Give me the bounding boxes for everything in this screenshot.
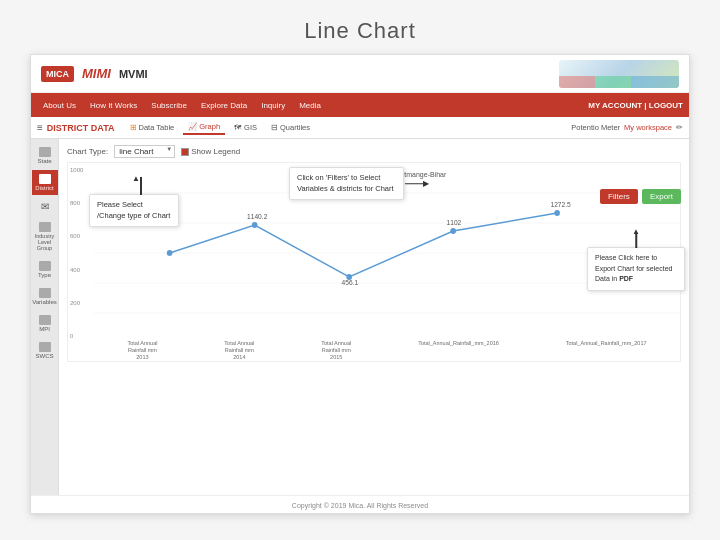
mpi-icon xyxy=(39,315,51,325)
sidebar-item-industry[interactable]: Industry Level Group xyxy=(32,218,58,255)
sub-nav-right: Potentio Meter My workspace ✏ xyxy=(571,123,683,132)
page-title: Line Chart xyxy=(0,18,720,44)
sidebar-item-variables[interactable]: Variables xyxy=(32,284,58,309)
footer: Copyright © 2019 Mica. All Rights Reserv… xyxy=(31,495,689,514)
nav-subscribe[interactable]: Subscribe xyxy=(145,99,193,112)
legend-checkbox[interactable] xyxy=(181,148,189,156)
x-label-2014: Total AnnualRainfall mm2014 xyxy=(224,340,254,361)
potentio-meter-label[interactable]: Potentio Meter xyxy=(571,123,620,132)
y-label-200: 200 xyxy=(70,300,92,306)
callout-select-change: Please Select /Change type of Chart ▲ xyxy=(89,194,179,227)
callout-filters-arrowhead: ▶ xyxy=(423,178,429,189)
nav-account[interactable]: MY ACCOUNT | LOGOUT xyxy=(588,101,683,110)
sidebar-item-district[interactable]: District xyxy=(32,170,58,195)
y-axis-labels: 1000 800 600 400 200 0 xyxy=(68,163,94,343)
data-point-2 xyxy=(252,222,258,228)
callout-export-arrowhead: ▲ xyxy=(632,226,640,237)
y-label-0: 0 xyxy=(70,333,92,339)
workspace-link[interactable]: My workspace xyxy=(624,123,672,132)
callout-filters-arrow-h xyxy=(405,183,423,185)
svg-text:1272.5: 1272.5 xyxy=(551,201,571,208)
data-point-4 xyxy=(450,228,456,234)
footer-text: Copyright © 2019 Mica. All Rights Reserv… xyxy=(292,502,428,509)
callout-filters: Click on 'Filters' to Select Variables &… xyxy=(289,167,404,200)
main-content: State District ✉ Industry Level Group Ty… xyxy=(31,139,689,495)
nav-about-us[interactable]: About Us xyxy=(37,99,82,112)
chart-type-label: Chart Type: xyxy=(67,147,108,156)
page-title-area: Line Chart xyxy=(0,0,720,54)
sidebar: State District ✉ Industry Level Group Ty… xyxy=(31,139,59,495)
chart-controls: Chart Type: line Chart Bar Chart Pie Cha… xyxy=(67,145,681,158)
y-label-1000: 1000 xyxy=(70,167,92,173)
nav-how-it-works[interactable]: How It Works xyxy=(84,99,143,112)
filters-button[interactable]: Filters xyxy=(600,189,638,204)
data-point-1 xyxy=(167,250,173,256)
sidebar-item-envelope[interactable]: ✉ xyxy=(32,197,58,216)
x-axis-labels: Total AnnualRainfall mm2013 Total Annual… xyxy=(94,340,680,361)
nav-media[interactable]: Media xyxy=(293,99,327,112)
state-icon xyxy=(39,147,51,157)
x-label-2015: Total AnnualRainfall mm2015 xyxy=(321,340,351,361)
edit-icon[interactable]: ✏ xyxy=(676,123,683,132)
y-label-400: 400 xyxy=(70,267,92,273)
industry-icon xyxy=(39,222,51,232)
district-icon xyxy=(39,174,51,184)
sub-nav: ≡ DISTRICT DATA ⊞ Data Table 📈 Graph 🗺 G… xyxy=(31,117,689,139)
sidebar-item-mpi[interactable]: MPI xyxy=(32,311,58,336)
logo-mvmi: MVMI xyxy=(119,68,148,80)
tab-quartiles[interactable]: ⊟ Quartiles xyxy=(266,121,315,134)
x-label-2017: Total_Annual_Rainfall_mm_2017 xyxy=(566,340,647,361)
sidebar-item-type[interactable]: Type xyxy=(32,257,58,282)
action-buttons: Filters Export xyxy=(600,189,681,204)
sidebar-item-state[interactable]: State xyxy=(32,143,58,168)
x-label-2013: Total AnnualRainfall mm2013 xyxy=(127,340,157,361)
app-container: MICA MIMI MVMI About Us How It Works Sub… xyxy=(30,54,690,514)
nav-inquiry[interactable]: Inquiry xyxy=(255,99,291,112)
tab-graph[interactable]: 📈 Graph xyxy=(183,120,225,135)
callout-select-arrowhead: ▲ xyxy=(132,173,140,184)
nav-explore-data[interactable]: Explore Data xyxy=(195,99,253,112)
district-data-label: DISTRICT DATA xyxy=(47,123,115,133)
svg-text:1140.2: 1140.2 xyxy=(247,213,267,220)
show-legend-control: Show Legend xyxy=(181,147,240,156)
logo-bar: MICA MIMI MVMI xyxy=(31,55,689,93)
callout-select-arrow-v xyxy=(140,177,142,195)
y-label-600: 600 xyxy=(70,233,92,239)
type-icon xyxy=(39,261,51,271)
hamburger-icon[interactable]: ≡ xyxy=(37,122,43,133)
logo-mica: MICA xyxy=(41,66,74,82)
export-button[interactable]: Export xyxy=(642,189,681,204)
tab-data-table[interactable]: ⊞ Data Table xyxy=(125,121,180,134)
callout-export: Please Click here to Export Chart for se… xyxy=(587,247,685,291)
chart-type-select[interactable]: line Chart Bar Chart Pie Chart xyxy=(114,145,175,158)
svg-text:1102: 1102 xyxy=(447,219,462,226)
svg-text:456.1: 456.1 xyxy=(342,279,359,286)
tab-gis[interactable]: 🗺 GIS xyxy=(229,121,262,134)
variables-icon xyxy=(39,288,51,298)
swcs-icon xyxy=(39,342,51,352)
content-area: Chart Type: line Chart Bar Chart Pie Cha… xyxy=(59,139,689,495)
envelope-icon: ✉ xyxy=(41,201,49,212)
logo-mimi: MIMI xyxy=(82,66,111,81)
x-label-2016: Total_Annual_Rainfall_mm_2016 xyxy=(418,340,499,361)
nav-bar: About Us How It Works Subscribe Explore … xyxy=(31,93,689,117)
sidebar-item-swcs[interactable]: SWCS xyxy=(32,338,58,363)
logos: MICA MIMI MVMI xyxy=(41,66,148,82)
data-point-5 xyxy=(554,210,560,216)
logo-right-image xyxy=(559,60,679,88)
chart-type-wrapper: line Chart Bar Chart Pie Chart xyxy=(114,145,175,158)
